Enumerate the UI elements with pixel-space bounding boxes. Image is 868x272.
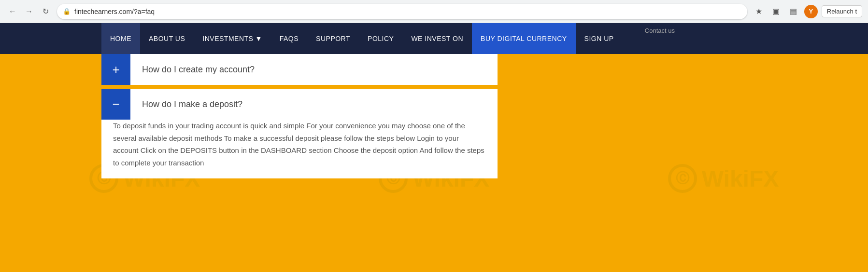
reload-button[interactable]: ↻ <box>39 5 52 18</box>
faq-toggle-1[interactable]: + <box>101 54 130 85</box>
faq-question-2: How do I make a deposit? <box>130 92 254 117</box>
nav-faqs[interactable]: FAQS <box>271 23 307 54</box>
address-bar[interactable]: 🔒 <box>57 4 747 19</box>
browser-chrome: ← → ↻ 🔒 ★ ▣ ▤ Y Relaunch t <box>0 0 868 23</box>
nav-we-invest[interactable]: WE INVEST ON <box>402 23 472 54</box>
avatar-button[interactable]: Y <box>804 5 818 18</box>
chevron-down-icon: ▼ <box>255 35 262 42</box>
faq-item-create-account: + How do I create my account? <box>101 54 498 85</box>
faq-toggle-2[interactable]: − <box>101 89 130 120</box>
back-button[interactable]: ← <box>6 5 19 18</box>
bookmark-button[interactable]: ★ <box>752 5 766 18</box>
forward-button[interactable]: → <box>22 5 36 18</box>
faq-header-1: + How do I create my account? <box>101 54 498 85</box>
url-input[interactable] <box>74 8 741 15</box>
lock-icon: 🔒 <box>63 8 71 15</box>
faq-container: + How do I create my account? − How do I… <box>101 54 498 272</box>
nav-support[interactable]: SUPPORT <box>307 23 359 54</box>
profile-menu-button[interactable]: ▤ <box>787 5 800 18</box>
faq-question-1: How do I create my account? <box>130 57 266 82</box>
browser-nav-buttons: ← → ↻ <box>6 5 52 18</box>
contact-us-label: Contact us <box>645 27 675 34</box>
nav-investments[interactable]: INVESTMENTS ▼ <box>194 23 270 54</box>
page: Contact us HOME ABOUT US INVESTMENTS ▼ F… <box>0 23 868 272</box>
nav-policy[interactable]: POLICY <box>359 23 402 54</box>
main-content: Ⓒ WikiFX Ⓒ WikiFX Ⓒ WikiFX + How do I cr… <box>0 54 868 272</box>
plus-icon: + <box>112 63 119 76</box>
navbar: Contact us HOME ABOUT US INVESTMENTS ▼ F… <box>0 23 868 54</box>
faq-header-2: − How do I make a deposit? <box>101 89 498 120</box>
nav-home[interactable]: HOME <box>101 23 140 54</box>
nav-about[interactable]: ABOUT US <box>140 23 194 54</box>
nav-signup[interactable]: SIGN UP <box>576 23 623 54</box>
browser-actions: ★ ▣ ▤ Y Relaunch t <box>752 5 862 18</box>
faq-answer-2: To deposit funds in your trading account… <box>101 120 498 178</box>
navbar-links: HOME ABOUT US INVESTMENTS ▼ FAQS SUPPORT… <box>101 23 868 54</box>
nav-buy-digital[interactable]: BUY DIGITAL CURRENCY <box>472 23 576 54</box>
relaunch-button[interactable]: Relaunch t <box>822 5 862 17</box>
faq-item-make-deposit: − How do I make a deposit? To deposit fu… <box>101 89 498 178</box>
extensions-button[interactable]: ▣ <box>769 5 783 18</box>
minus-icon: − <box>112 98 119 110</box>
